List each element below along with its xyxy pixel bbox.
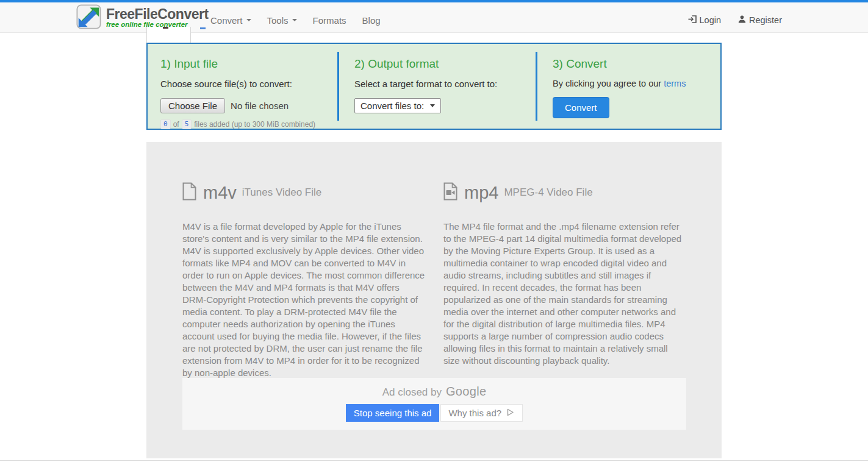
login-label: Login (700, 15, 721, 25)
step2-instruction: Select a target format to convert to: (354, 79, 536, 89)
ad-container: Ad closed by Google Stop seeing this ad … (182, 378, 686, 430)
choose-file-button[interactable]: Choose File (160, 98, 225, 113)
step1-title: 1) Input file (160, 57, 337, 71)
nav-item-convert-label: Convert (210, 15, 243, 26)
format-description: M4V is a file format developed by Apple … (182, 221, 425, 379)
chevron-down-icon (430, 104, 435, 107)
brand-logo-icon (76, 4, 101, 32)
terms-agreement-text: By clicking you agree to ourterms (553, 79, 720, 88)
register-button[interactable]: Register (738, 15, 782, 25)
format-heading-mp4: mp4 MPEG-4 Video File (443, 182, 686, 203)
tab-url-clipped[interactable] (200, 27, 206, 29)
video-file-icon (443, 182, 457, 203)
format-extension: m4v (203, 183, 237, 203)
format-full-name: iTunes Video File (242, 187, 321, 199)
google-logo-text: Google (446, 385, 486, 399)
page: FreeFileConvert free online file convert… (0, 0, 868, 462)
adchoices-icon (506, 408, 515, 419)
user-icon (738, 15, 746, 25)
format-full-name: MPEG-4 Video File (504, 187, 592, 199)
counter-of-text: of (173, 120, 179, 129)
step2-title: 2) Output format (354, 57, 536, 71)
output-format-select-label: Convert files to: (360, 101, 424, 111)
stop-seeing-ad-button[interactable]: Stop seeing this ad (346, 404, 440, 422)
counter-suffix-text: files added (up to 300 MiB combined) (194, 120, 315, 129)
nav-item-blog-label: Blog (362, 15, 381, 26)
step-output-format: 2) Output format Select a target format … (339, 44, 536, 129)
terms-link[interactable]: terms (664, 79, 686, 88)
nav-item-formats[interactable]: Formats (305, 15, 354, 26)
nav-item-tools-label: Tools (267, 15, 289, 26)
step-input-file: 1) Input file Choose source file(s) to c… (148, 44, 337, 129)
files-count-current-badge: 0 (160, 119, 171, 129)
files-counter: 0 of 5 files added (up to 300 MiB combin… (160, 119, 337, 129)
convert-button[interactable]: Convert (553, 97, 609, 118)
agree-prefix: By clicking you agree to our (553, 79, 661, 88)
file-chosen-status: No file chosen (231, 101, 289, 111)
ad-closed-message: Ad closed by Google (182, 378, 686, 399)
why-this-ad-button[interactable]: Why this ad? (440, 404, 523, 422)
ad-closed-prefix: Ad closed by (382, 386, 442, 399)
files-count-max-badge: 5 (182, 119, 192, 129)
login-icon (688, 15, 697, 25)
format-description: The MP4 file format and the .mp4 filenam… (443, 221, 686, 367)
clipped-tab-text (163, 27, 168, 29)
format-column-m4v: m4v iTunes Video File M4V is a file form… (182, 142, 425, 379)
output-format-select[interactable]: Convert files to: (354, 98, 441, 113)
step-convert: 3) Convert By clicking you agree to ourt… (537, 44, 720, 129)
tab-upload-file-clipped[interactable] (146, 27, 191, 43)
register-label: Register (749, 15, 782, 25)
brand-title: FreeFileConvert (106, 7, 209, 21)
nav-item-convert[interactable]: Convert (203, 15, 259, 26)
converter-panel: 1) Input file Choose source file(s) to c… (146, 43, 722, 130)
why-this-ad-label: Why this ad? (448, 408, 501, 418)
format-heading-m4v: m4v iTunes Video File (182, 182, 425, 203)
step1-instruction: Choose source file(s) to convert: (160, 79, 337, 89)
chevron-down-icon (292, 19, 297, 21)
nav-item-tools[interactable]: Tools (259, 15, 305, 26)
chevron-down-icon (246, 19, 251, 21)
nav-item-formats-label: Formats (313, 15, 346, 26)
nav-auth-group: Login Register (688, 5, 782, 35)
file-icon (182, 182, 196, 203)
nav-links: Convert Tools Formats Blog (203, 5, 389, 35)
format-column-mp4: mp4 MPEG-4 Video File The MP4 file forma… (443, 142, 686, 379)
login-button[interactable]: Login (688, 15, 721, 25)
format-info-panel: m4v iTunes Video File M4V is a file form… (146, 142, 722, 458)
nav-item-blog[interactable]: Blog (354, 15, 389, 26)
footer-divider (0, 460, 868, 461)
navbar: FreeFileConvert free online file convert… (0, 2, 868, 33)
step3-title: 3) Convert (553, 57, 720, 71)
format-extension: mp4 (464, 183, 498, 203)
